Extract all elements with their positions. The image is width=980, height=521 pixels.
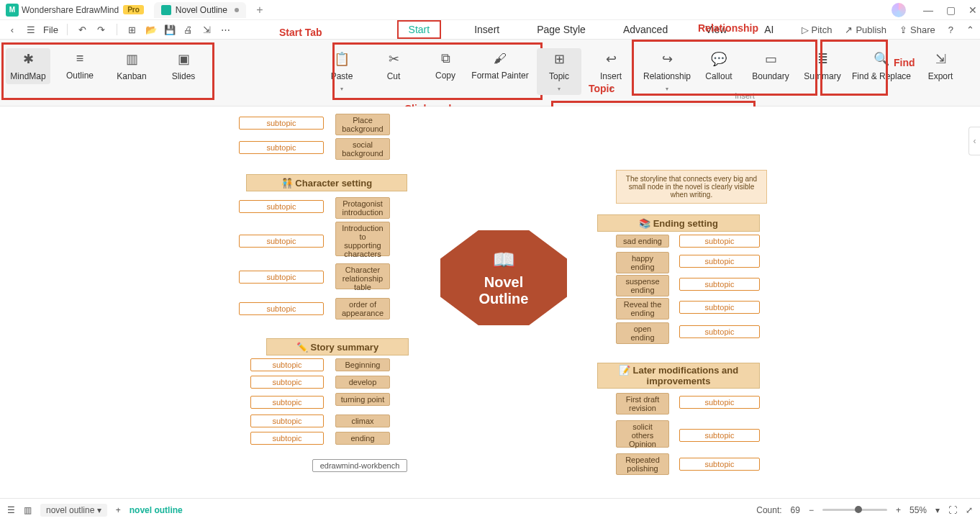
back-button[interactable]: ‹ — [6, 23, 19, 36]
breadcrumb[interactable]: novel outline — [130, 505, 183, 515]
menu-button[interactable]: ☰ — [24, 23, 37, 36]
leaf-subtopic[interactable]: subtopic — [679, 325, 760, 338]
fit-screen-button[interactable]: ⛶ — [948, 505, 957, 515]
node-open[interactable]: open ending — [616, 322, 669, 344]
leaf-subtopic[interactable]: subtopic — [679, 301, 760, 314]
node-beginning[interactable]: Beginning — [335, 358, 390, 371]
tab-ai[interactable]: AI — [760, 22, 778, 37]
central-node[interactable]: 📖 Novel Outline — [440, 230, 567, 325]
leaf-subtopic[interactable]: subtopic — [239, 200, 324, 213]
avatar[interactable] — [891, 3, 906, 17]
document-tab[interactable]: Novel Outline — [154, 2, 246, 18]
leaf-subtopic[interactable]: subtopic — [250, 376, 324, 389]
leaf-subtopic[interactable]: subtopic — [250, 432, 324, 445]
mode-mindmap-button[interactable]: ✱MindMap — [6, 48, 50, 84]
branch-ending[interactable]: 📚 Ending setting — [597, 214, 760, 232]
share-button[interactable]: ⇪ Share — [899, 24, 935, 35]
node-workbench[interactable]: edrawmind-workbench — [312, 459, 407, 472]
undo-button[interactable]: ↶ — [76, 23, 89, 36]
node-turning[interactable]: turning point — [335, 393, 390, 406]
node-repeated[interactable]: Repeated polishing — [616, 453, 669, 475]
node-happy[interactable]: happy ending — [616, 252, 669, 273]
topic-icon: ⊞ — [554, 51, 565, 67]
topic-ribbon-button[interactable]: ⊞Topic▾ — [537, 48, 581, 95]
node-first-draft[interactable]: First draft revision — [616, 393, 669, 414]
leaf-subtopic[interactable]: subtopic — [679, 429, 760, 442]
branch-later[interactable]: 📝 Later modifications and improvements — [597, 363, 760, 389]
new-button[interactable]: ⊞ — [126, 23, 139, 36]
print-button[interactable]: 🖨 — [182, 23, 195, 36]
doc-dropdown[interactable]: novel outline ▾ — [40, 504, 107, 517]
node-suspense[interactable]: suspense ending — [616, 275, 669, 296]
fullscreen-button[interactable]: ⤢ — [966, 505, 973, 515]
leaf-subtopic[interactable]: subtopic — [239, 302, 324, 315]
export-quick-button[interactable]: ⇲ — [201, 23, 214, 36]
mindmap-canvas[interactable]: 📖 Novel Outline Place background subtopi… — [0, 107, 980, 498]
node-climax[interactable]: climax — [335, 414, 390, 427]
tab-insert[interactable]: Insert — [470, 22, 504, 37]
collapse-ribbon-button[interactable]: ⌃ — [966, 24, 974, 35]
mode-slides-button[interactable]: ▣Slides — [161, 48, 206, 84]
maximize-button[interactable]: ▢ — [946, 4, 956, 16]
cards-toggle-icon[interactable]: ▥ — [24, 505, 32, 515]
pitch-button[interactable]: ▷ Pitch — [802, 24, 832, 35]
summary-button[interactable]: ≣Summary — [800, 48, 845, 84]
node-sad[interactable]: sad ending — [616, 235, 669, 248]
leaf-subtopic[interactable]: subtopic — [250, 414, 324, 427]
minimize-button[interactable]: — — [923, 4, 933, 16]
node-ending-s[interactable]: ending — [335, 432, 390, 445]
side-panel-toggle[interactable]: ‹ — [968, 127, 980, 155]
relationship-button[interactable]: ↪Relationship▾ — [645, 48, 689, 95]
paste-button[interactable]: 📋Paste▾ — [319, 48, 364, 95]
node-solicit[interactable]: solicit others Opinion — [616, 420, 669, 448]
cut-button[interactable]: ✂Cut — [371, 48, 416, 84]
leaf-subtopic[interactable]: subtopic — [679, 255, 760, 268]
leaf-subtopic[interactable]: subtopic — [250, 396, 324, 409]
leaf-subtopic[interactable]: subtopic — [679, 396, 760, 409]
new-tab-button[interactable]: + — [252, 2, 268, 18]
leaf-subtopic[interactable]: subtopic — [239, 117, 324, 130]
count-value: 69 — [791, 505, 800, 515]
leaf-subtopic[interactable]: subtopic — [679, 458, 760, 471]
node-char-table[interactable]: Character relationship table — [335, 263, 390, 289]
branch-story[interactable]: ✏️ Story summary — [266, 338, 409, 355]
more-button[interactable]: ⋯ — [219, 23, 232, 36]
node-intro-support[interactable]: Introduction to supporting characters — [335, 222, 390, 256]
close-button[interactable]: ✕ — [968, 4, 977, 16]
desc-storyline[interactable]: The storyline that connects every big an… — [616, 170, 767, 204]
zoom-slider[interactable] — [822, 509, 887, 511]
node-social-bg[interactable]: social background — [335, 138, 390, 160]
help-button[interactable]: ? — [948, 24, 953, 35]
node-order-app[interactable]: order of appearance — [335, 298, 390, 320]
open-button[interactable]: 📂 — [145, 23, 158, 36]
add-sheet-button[interactable]: + — [116, 505, 121, 515]
tab-start[interactable]: Start — [397, 20, 442, 39]
callout-button[interactable]: 💬Callout — [697, 48, 741, 84]
publish-button[interactable]: ↗ Publish — [845, 24, 886, 35]
save-button[interactable]: 💾 — [163, 23, 176, 36]
leaf-subtopic[interactable]: subtopic — [679, 235, 760, 248]
mode-kanban-button[interactable]: ▥Kanban — [109, 48, 154, 84]
copy-button[interactable]: ⧉Copy — [423, 48, 468, 83]
node-develop[interactable]: develop — [335, 376, 390, 389]
redo-button[interactable]: ↷ — [95, 23, 108, 36]
file-menu[interactable]: File — [43, 24, 58, 35]
leaf-subtopic[interactable]: subtopic — [679, 278, 760, 291]
leaf-subtopic[interactable]: subtopic — [239, 271, 324, 284]
leaf-subtopic[interactable]: subtopic — [239, 235, 324, 248]
outline-toggle-icon[interactable]: ☰ — [7, 505, 15, 515]
mode-outline-button[interactable]: ≡Outline — [58, 48, 102, 83]
tab-advanced[interactable]: Advanced — [619, 22, 672, 37]
node-place-bg[interactable]: Place background — [335, 114, 390, 135]
boundary-button[interactable]: ▭Boundary — [748, 48, 793, 84]
zoom-in-button[interactable]: + — [896, 505, 901, 515]
export-button[interactable]: ⇲Export — [918, 48, 963, 84]
zoom-out-button[interactable]: − — [809, 505, 814, 515]
node-reveal[interactable]: Reveal the ending — [616, 298, 669, 320]
branch-character[interactable]: 🧑‍🤝‍🧑 Character setting — [246, 174, 407, 191]
format-painter-button[interactable]: 🖌Format Painter — [475, 48, 525, 83]
leaf-subtopic[interactable]: subtopic — [239, 141, 324, 154]
leaf-subtopic[interactable]: subtopic — [250, 358, 324, 371]
tab-pagestyle[interactable]: Page Style — [532, 22, 590, 37]
node-protag[interactable]: Protagonist introduction — [335, 197, 390, 219]
